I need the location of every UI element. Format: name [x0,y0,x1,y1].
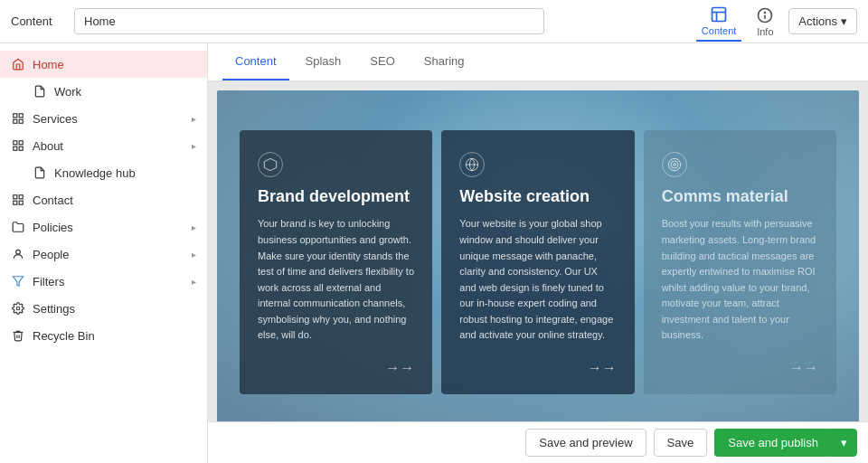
sidebar-item-label-filters: Filters [33,275,64,288]
sidebar-item-label-recycle-bin: Recycle Bin [33,329,95,343]
svg-rect-17 [19,201,23,204]
grid-icon [11,138,25,153]
globe-icon [459,152,485,177]
card-brand: Brand development Your brand is key to u… [240,130,432,394]
sidebar-item-label-contact: Contact [33,194,73,207]
content-label: Content [11,14,65,28]
sidebar-item-work[interactable]: Work [0,78,207,105]
sidebar-item-label-about: About [33,139,63,153]
content-icon-label: Content [702,25,737,36]
tab-splash[interactable]: Splash [293,43,354,80]
svg-marker-19 [13,277,24,287]
sidebar-item-people[interactable]: People▸ [0,241,207,268]
top-bar-icons: Content Info Actions ▾ [696,2,857,42]
save-publish-group: Save and publish ▾ [714,429,857,457]
svg-rect-16 [14,201,17,204]
sidebar-item-policies[interactable]: Policies▸ [0,213,207,241]
svg-marker-21 [264,158,276,170]
svg-rect-8 [14,119,17,123]
tab-content[interactable]: Content [222,43,289,80]
save-button[interactable]: Save [654,429,708,457]
folder-icon [11,220,25,234]
sidebar-item-about[interactable]: About▸ [0,132,207,159]
card-arrow-website[interactable]: →→ [459,360,616,376]
svg-rect-10 [14,141,17,145]
svg-point-25 [671,161,678,168]
grid-icon [11,111,25,126]
svg-point-18 [16,250,21,254]
expand-icon-policies: ▸ [192,222,196,232]
sidebar-item-knowledge-hub[interactable]: Knowledge hub [0,159,207,186]
actions-button[interactable]: Actions ▾ [788,8,857,34]
sidebar-item-services[interactable]: Services▸ [0,105,207,132]
home-icon [11,57,25,71]
card-body-comms: Boost your results with persuasive marke… [662,216,818,344]
svg-rect-14 [14,195,17,199]
tab-sharing[interactable]: Sharing [411,43,477,80]
sidebar-item-label-settings: Settings [33,302,75,316]
person-icon [11,247,25,261]
bottom-bar: Save and preview Save Save and publish ▾ [208,421,868,463]
sidebar-item-recycle-bin[interactable]: Recycle Bin [0,322,207,349]
sidebar-item-label-policies: Policies [33,221,73,234]
svg-rect-13 [19,146,23,150]
card-body-website: Your website is your global shop window … [459,216,616,344]
sidebar-item-home[interactable]: Home [0,51,207,78]
card-title-comms: Comms material [662,186,818,207]
page-title-input[interactable] [74,8,544,34]
sidebar-item-filters[interactable]: Filters▸ [0,268,207,295]
content-icon-btn[interactable]: Content [696,2,742,42]
card-comms: Comms material Boost your results with p… [644,130,836,394]
svg-rect-6 [14,114,17,118]
tabs-bar: ContentSplashSEOSharing [208,43,868,81]
expand-icon-services: ▸ [192,114,196,124]
sidebar-item-label-home: Home [33,58,64,71]
sidebar-item-label-knowledge-hub: Knowledge hub [54,166,136,180]
content-area: ContentSplashSEOSharing Brand developmen… [208,43,868,463]
sidebar-item-contact[interactable]: Contact [0,186,207,213]
expand-icon-people: ▸ [192,250,196,260]
sidebar-item-label-services: Services [33,112,78,126]
card-website: Website creation Your website is your gl… [441,130,634,394]
svg-rect-0 [712,7,726,21]
save-preview-button[interactable]: Save and preview [525,429,646,457]
sidebar-item-label-people: People [33,248,69,261]
save-publish-dropdown[interactable]: ▾ [831,429,857,457]
target-icon [662,152,687,177]
svg-rect-11 [19,141,23,145]
svg-rect-15 [19,195,23,199]
preview-inner: Brand development Your brand is key to u… [217,90,859,421]
svg-rect-9 [19,119,23,123]
trash-icon [11,328,25,343]
cards-container: Brand development Your brand is key to u… [217,103,859,421]
expand-icon-about: ▸ [192,141,196,151]
card-title-website: Website creation [459,186,616,207]
filter-icon [11,274,25,288]
svg-rect-7 [19,114,23,118]
svg-point-24 [668,158,680,170]
svg-rect-12 [14,146,17,150]
svg-point-20 [16,307,20,310]
file-icon [33,165,47,180]
card-title-brand: Brand development [258,186,414,207]
tab-seo[interactable]: SEO [357,43,407,80]
card-arrow-brand[interactable]: →→ [258,360,414,376]
file-icon [33,84,47,99]
card-body-brand: Your brand is key to unlocking business … [258,216,414,344]
grid-icon [11,193,25,207]
sidebar-item-settings[interactable]: Settings [0,295,207,322]
page-preview: Brand development Your brand is key to u… [208,81,868,421]
info-icon-label: Info [757,26,773,37]
actions-chevron-icon: ▾ [841,14,847,28]
sidebar: HomeWorkServices▸About▸Knowledge hubCont… [0,43,208,463]
expand-icon-filters: ▸ [192,277,196,287]
svg-point-26 [673,164,675,166]
sidebar-item-label-work: Work [54,85,81,99]
main-layout: HomeWorkServices▸About▸Knowledge hubCont… [0,43,868,463]
top-bar: Content Content Info Actions ▾ [0,0,868,43]
gear-icon [11,301,25,316]
info-icon-btn[interactable]: Info [750,3,779,41]
save-publish-button[interactable]: Save and publish [714,429,831,457]
hexagon-icon [258,152,283,177]
card-arrow-comms[interactable]: →→ [662,360,818,376]
